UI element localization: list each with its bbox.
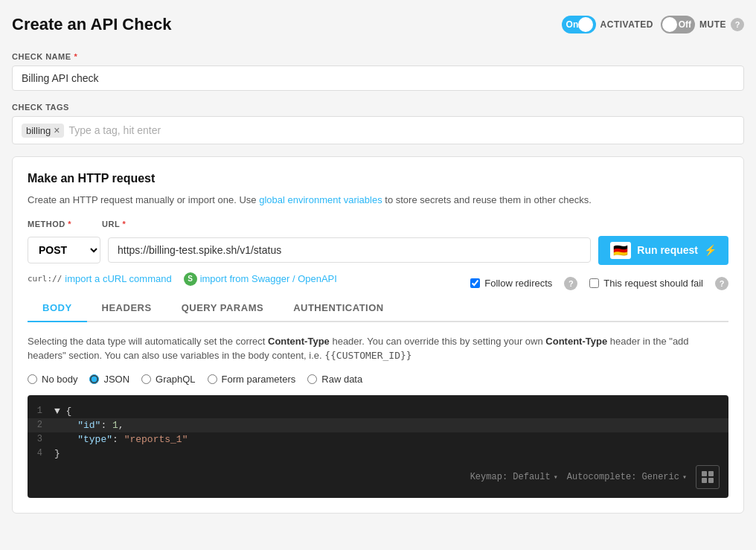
variable-example: {{CUSTOMER_ID}} xyxy=(324,350,411,361)
follow-redirects-label[interactable]: Follow redirects xyxy=(470,278,552,289)
autocomplete-select[interactable]: Autocomplete: Generic ▾ xyxy=(567,472,687,482)
line-content-1: ▼ { xyxy=(54,406,728,417)
page-title: Create an API Check xyxy=(12,15,171,34)
tab-authentication[interactable]: AUTHENTICATION xyxy=(278,295,399,322)
check-name-section: CHECK NAME * xyxy=(12,52,744,91)
activated-toggle-label: On xyxy=(566,19,579,30)
tab-query-params[interactable]: QUERY PARAMS xyxy=(167,295,279,322)
code-footer: Keymap: Default ▾ Autocomplete: Generic … xyxy=(28,461,728,489)
radio-raw-data-input[interactable] xyxy=(307,374,317,384)
run-request-button[interactable]: 🇩🇪 Run request ⚡ xyxy=(598,236,728,265)
code-line-2: 2 "id": 1, xyxy=(28,418,728,432)
import-curl-group: curl:// import a cURL command xyxy=(28,273,172,284)
keymap-select[interactable]: Keymap: Default ▾ xyxy=(470,472,558,482)
code-line-4: 4 } xyxy=(28,447,728,461)
radio-raw-data-label: Raw data xyxy=(321,374,362,385)
activated-toggle[interactable]: On xyxy=(562,16,596,33)
run-arrow-icon: ⚡ xyxy=(704,244,717,256)
method-url-row: GET POST PUT PATCH DELETE HEAD 🇩🇪 Run re… xyxy=(28,236,728,265)
check-name-input[interactable] xyxy=(12,65,744,91)
radio-json-label: JSON xyxy=(103,374,129,385)
line-content-2: "id": 1, xyxy=(54,420,728,431)
tab-body[interactable]: BODY xyxy=(28,295,87,322)
radio-raw-data[interactable]: Raw data xyxy=(307,374,362,385)
keymap-label: Keymap: Default xyxy=(470,472,551,482)
line-number-4: 4 xyxy=(28,448,54,459)
check-name-required: * xyxy=(74,52,78,61)
follow-redirects-help-icon[interactable]: ? xyxy=(564,277,577,290)
http-request-card: Make an HTTP request Create an HTTP requ… xyxy=(12,156,744,514)
swagger-icon: S xyxy=(184,272,197,286)
radio-graphql[interactable]: GraphQL xyxy=(141,374,195,385)
tag-billing-remove[interactable]: × xyxy=(54,125,60,135)
radio-form-params-label: Form parameters xyxy=(222,374,296,385)
mute-toggle-label: Off xyxy=(679,19,691,30)
body-type-radio-group: No body JSON GraphQL Form parameters Raw… xyxy=(28,374,728,385)
radio-json[interactable]: JSON xyxy=(89,374,129,385)
radio-form-params[interactable]: Form parameters xyxy=(208,374,296,385)
activated-toggle-group: On ACTIVATED xyxy=(562,16,653,33)
curl-prefix: curl:// xyxy=(28,274,62,284)
method-select[interactable]: GET POST PUT PATCH DELETE HEAD xyxy=(28,237,100,263)
line-number-1: 1 xyxy=(28,406,54,417)
url-group xyxy=(108,237,591,263)
mute-help-icon[interactable]: ? xyxy=(731,18,744,31)
mute-toggle[interactable]: Off xyxy=(661,16,695,33)
flag-icon: 🇩🇪 xyxy=(610,242,631,259)
autocomplete-chevron-icon: ▾ xyxy=(682,473,687,482)
body-description: Selecting the data type will automatical… xyxy=(28,334,728,363)
run-group: 🇩🇪 Run request ⚡ xyxy=(598,236,728,265)
options-row: Follow redirects ? This request should f… xyxy=(470,277,728,290)
http-card-description: Create an HTTP request manually or impor… xyxy=(28,193,728,208)
url-label: URL * xyxy=(102,220,728,228)
follow-redirects-text: Follow redirects xyxy=(484,278,552,289)
header-controls: On ACTIVATED Off MUTE ? xyxy=(562,16,744,33)
line-number-2: 2 xyxy=(28,420,54,431)
check-tags-section: CHECK TAGS billing × Type a tag, hit ent… xyxy=(12,103,744,144)
radio-nobody[interactable]: No body xyxy=(28,374,77,385)
import-options-row: curl:// import a cURL command S import f… xyxy=(28,272,728,295)
activated-text: ACTIVATED xyxy=(600,19,653,30)
import-swagger-group: S import from Swagger / OpenAPI xyxy=(184,272,337,286)
method-label: METHOD * xyxy=(28,220,94,228)
line-content-4: } xyxy=(54,448,728,459)
this-request-should-fail-label[interactable]: This request should fail xyxy=(589,278,703,289)
mute-toggle-group: Off MUTE ? xyxy=(661,16,744,33)
import-swagger-link[interactable]: import from Swagger / OpenAPI xyxy=(200,273,337,284)
follow-redirects-checkbox[interactable] xyxy=(470,278,480,288)
http-card-title: Make an HTTP request xyxy=(28,172,728,185)
autocomplete-label: Autocomplete: Generic xyxy=(567,472,679,482)
code-editor[interactable]: 1 ▼ { 2 "id": 1, 3 "type": "reports_1" 4 xyxy=(28,395,728,498)
content-type-strong-1: Content-Type xyxy=(268,336,330,347)
code-icon-button[interactable] xyxy=(696,465,720,489)
code-line-3: 3 "type": "reports_1" xyxy=(28,432,728,447)
this-request-should-fail-text: This request should fail xyxy=(603,278,703,289)
tag-input-container[interactable]: billing × Type a tag, hit enter xyxy=(12,116,744,144)
radio-nobody-input[interactable] xyxy=(28,374,37,384)
global-env-link[interactable]: global environment variables xyxy=(259,194,382,205)
radio-json-input[interactable] xyxy=(89,374,99,384)
tag-placeholder: Type a tag, hit enter xyxy=(68,124,734,136)
radio-nobody-label: No body xyxy=(42,374,77,385)
this-request-should-fail-help-icon[interactable]: ? xyxy=(715,277,728,290)
mute-toggle-knob xyxy=(662,17,677,32)
check-name-label: CHECK NAME * xyxy=(12,52,744,61)
import-curl-link[interactable]: import a cURL command xyxy=(65,273,171,284)
import-row: curl:// import a cURL command S import f… xyxy=(28,272,337,286)
tabs-row: BODY HEADERS QUERY PARAMS AUTHENTICATION xyxy=(28,295,728,322)
run-button-label: Run request xyxy=(637,244,698,256)
tag-billing-label: billing xyxy=(26,125,51,136)
url-input[interactable] xyxy=(108,237,591,263)
tag-billing: billing × xyxy=(22,124,64,138)
tab-headers[interactable]: HEADERS xyxy=(87,295,167,322)
line-content-3: "type": "reports_1" xyxy=(54,434,728,445)
radio-form-params-input[interactable] xyxy=(208,374,217,384)
code-grid-icon xyxy=(702,471,714,483)
this-request-should-fail-checkbox[interactable] xyxy=(589,278,599,288)
radio-graphql-input[interactable] xyxy=(141,374,151,384)
method-group: GET POST PUT PATCH DELETE HEAD xyxy=(28,237,100,263)
keymap-chevron-icon: ▾ xyxy=(554,473,558,482)
http-desc-start: Create an HTTP request manually or impor… xyxy=(28,194,259,205)
code-line-1: 1 ▼ { xyxy=(28,404,728,418)
method-url-labels: METHOD * URL * xyxy=(28,220,728,233)
